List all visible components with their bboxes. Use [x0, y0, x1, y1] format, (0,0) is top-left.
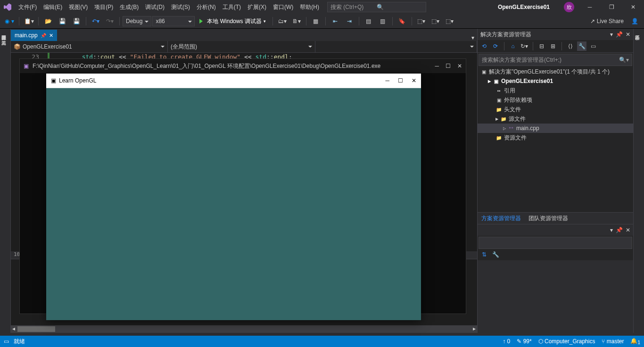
project-scope-combo[interactable]: 📦 OpenGLExercise01 — [11, 41, 168, 52]
tool-btn-1[interactable]: 🗂▾ — [276, 16, 289, 26]
tree-resources[interactable]: 📁资源文件 — [478, 133, 633, 142]
menu-edit[interactable]: 编辑(E) — [40, 0, 66, 14]
config-combo[interactable]: Debug — [123, 16, 151, 26]
diagnostics-tab[interactable]: 诊断工具 — [634, 29, 640, 34]
prop-pin-icon[interactable]: 📌 — [616, 227, 623, 233]
toolbox-tab[interactable]: 工具箱 — [0, 34, 7, 40]
tool-btn-ext2[interactable]: ⬚▾ — [429, 16, 442, 26]
bookmark-button[interactable]: 🔖 — [396, 16, 409, 26]
tree-project[interactable]: ▶▣OpenGLExercise01 — [478, 76, 633, 86]
maximize-button[interactable]: ❐ — [601, 0, 622, 14]
open-button[interactable]: 📂 — [41, 16, 55, 26]
indent-in-button[interactable]: ⇥ — [343, 16, 356, 26]
menu-build[interactable]: 生成(B) — [116, 0, 142, 14]
menu-help[interactable]: 帮助(H) — [297, 0, 322, 14]
function-scope-combo[interactable]: (全局范围) — [168, 41, 315, 52]
panel-close-icon[interactable]: ✕ — [626, 31, 630, 38]
se-preview-icon[interactable]: ▭ — [588, 41, 598, 51]
tree-solution-root[interactable]: ▣解决方案"OpenGLExercise01"(1 个项目/共 1 个) — [478, 67, 633, 76]
notification-bell[interactable]: 🔔1 — [630, 338, 640, 345]
prop-wrench-icon[interactable]: 🔧 — [491, 250, 500, 259]
save-button[interactable]: 💾 — [56, 16, 69, 26]
prop-dropdown-icon[interactable]: ▾ — [610, 227, 613, 233]
prop-close-icon[interactable]: ✕ — [626, 227, 630, 233]
document-tabs: main.cpp 📌 ✕ ▾ — [11, 29, 477, 41]
server-explorer-tab[interactable]: 服务器资源管理器 — [0, 29, 7, 34]
push-count[interactable]: ↑ 0 — [503, 338, 510, 345]
menu-project[interactable]: 项目(P) — [91, 0, 116, 14]
properties-body[interactable] — [478, 260, 633, 333]
opengl-viewport[interactable] — [46, 88, 421, 320]
solution-explorer-search[interactable]: 搜索解决方案资源管理器(Ctrl+;) 🔍▾ — [479, 54, 632, 66]
prop-sort-icon[interactable]: ⇅ — [479, 250, 489, 259]
repo-name[interactable]: ⬡ Computer_Graphics — [538, 338, 595, 345]
redo-button[interactable]: ↷▾ — [103, 16, 116, 26]
properties-combo[interactable] — [479, 237, 632, 249]
tree-external-deps[interactable]: ▣外部依赖项 — [478, 95, 633, 105]
se-sync-icon[interactable]: ↻▾ — [520, 41, 529, 51]
new-button[interactable]: 📋▾ — [22, 16, 35, 26]
save-all-button[interactable]: 💾 — [70, 16, 83, 26]
tree-headers[interactable]: 📁头文件 — [478, 105, 633, 114]
tree-references[interactable]: ▪▪引用 — [478, 86, 633, 95]
menu-file[interactable]: 文件(F) — [15, 0, 40, 14]
branch-name[interactable]: ⑂ master — [602, 338, 624, 345]
solution-tree[interactable]: ▣解决方案"OpenGLExercise01"(1 个项目/共 1 个) ▶▣O… — [478, 67, 633, 212]
platform-combo[interactable]: x86 — [152, 16, 195, 26]
minimize-button[interactable]: ─ — [579, 0, 601, 14]
tree-main-cpp[interactable]: ▷⁺⁺main.cpp — [478, 124, 633, 133]
tool-btn-2[interactable]: 🗎▾ — [290, 16, 303, 26]
status-tool-icon[interactable]: ▭ — [4, 338, 9, 345]
tree-sources[interactable]: ▶📁源文件 — [478, 114, 633, 124]
tool-btn-ext3[interactable]: ⬚▾ — [443, 16, 456, 26]
horizontal-scrollbar[interactable]: ◂▸ — [11, 325, 477, 333]
menu-extensions[interactable]: 扩展(X) — [244, 0, 270, 14]
panel-pin-icon[interactable]: 📌 — [616, 31, 623, 38]
tab-dropdown-icon[interactable]: ▾ — [469, 34, 477, 41]
se-home-icon[interactable]: ⌂ — [508, 41, 518, 51]
panel-dropdown-icon[interactable]: ▾ — [610, 31, 613, 38]
se-properties-icon[interactable]: ⟨⟩ — [566, 41, 575, 51]
close-tab-icon[interactable]: ✕ — [49, 33, 53, 39]
gl-maximize-icon[interactable]: ☐ — [398, 77, 403, 84]
member-scope-combo[interactable] — [315, 41, 477, 52]
se-showall-icon[interactable]: ⊞ — [548, 41, 558, 51]
tool-btn-3[interactable]: ▦ — [309, 16, 322, 26]
console-close-icon[interactable]: ✕ — [457, 63, 462, 69]
uncomment-button[interactable]: ▥ — [376, 16, 389, 26]
start-debug-button[interactable]: 本地 Windows 调试器 ▾ — [196, 16, 269, 26]
title-bar: 文件(F) 编辑(E) 视图(V) 项目(P) 生成(B) 调试(D) 测试(S… — [0, 0, 644, 14]
user-avatar[interactable]: 欣 — [564, 2, 574, 12]
close-button[interactable]: ✕ — [622, 0, 644, 14]
se-collapse-icon[interactable]: ⊟ — [537, 41, 546, 51]
tab-main-cpp[interactable]: main.cpp 📌 ✕ — [11, 30, 57, 41]
console-maximize-icon[interactable]: ☐ — [446, 63, 451, 69]
opengl-titlebar[interactable]: ▣ Learn OpenGL ─ ☐ ✕ — [46, 74, 421, 88]
gl-close-icon[interactable]: ✕ — [412, 77, 416, 84]
console-minimize-icon[interactable]: ─ — [435, 63, 439, 69]
global-search-input[interactable]: 搜索 (Ctrl+Q) 🔍 — [327, 2, 426, 12]
menu-window[interactable]: 窗口(W) — [270, 0, 297, 14]
feedback-button[interactable]: 👤 — [628, 16, 641, 26]
tool-btn-ext1[interactable]: ⬚▾ — [415, 16, 428, 26]
pin-icon[interactable]: 📌 — [41, 33, 46, 38]
indent-out-button[interactable]: ⇤ — [329, 16, 342, 26]
live-share-button[interactable]: ↗ Live Share — [589, 16, 625, 26]
tab-team-explorer[interactable]: 团队资源管理器 — [525, 215, 572, 223]
undo-button[interactable]: ↶▾ — [89, 16, 102, 26]
menu-analyze[interactable]: 分析(N) — [193, 0, 219, 14]
menu-tools[interactable]: 工具(T) — [219, 0, 244, 14]
se-fwd-icon[interactable]: ⟳ — [491, 41, 500, 51]
se-back-icon[interactable]: ⟲ — [479, 41, 489, 51]
gl-minimize-icon[interactable]: ─ — [385, 77, 389, 84]
tab-solution-explorer[interactable]: 方案资源管理器 — [478, 215, 525, 223]
console-titlebar[interactable]: ▣ F:\QinNian'GitHub\Computer_Graphics\Op… — [20, 59, 466, 73]
menu-test[interactable]: 测试(S) — [168, 0, 193, 14]
menu-debug[interactable]: 调试(D) — [142, 0, 168, 14]
se-wrench-icon[interactable]: 🔧 — [577, 41, 586, 51]
pending-changes[interactable]: ✎ 99* — [517, 338, 531, 345]
arrow-icon: ▶ — [488, 79, 491, 83]
menu-view[interactable]: 视图(V) — [66, 0, 91, 14]
nav-back-button[interactable]: ◉ ▾ — [3, 16, 16, 26]
comment-button[interactable]: ▤ — [362, 16, 375, 26]
